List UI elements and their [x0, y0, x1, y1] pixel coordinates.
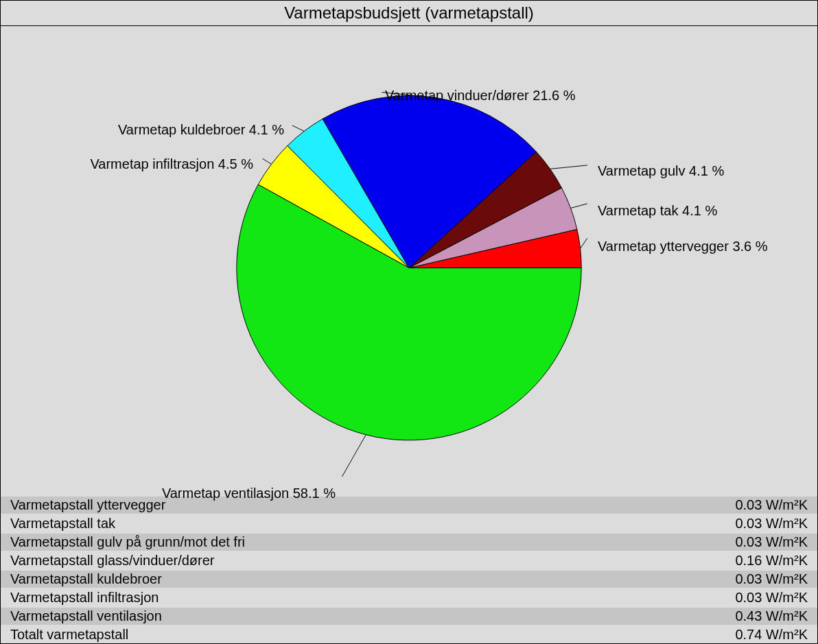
table-label: Varmetapstall ventilasjon	[10, 608, 162, 624]
table-value: 0.43 W/m²K	[735, 608, 808, 624]
table-row: Varmetapstall gulv på grunn/mot det fri …	[1, 534, 817, 551]
table-value: 0.03 W/m²K	[735, 534, 808, 550]
heat-loss-panel: Varmetapsbudsjett (varmetapstall) Varmet…	[0, 0, 818, 644]
table-label: Varmetapstall kuldebroer	[10, 571, 162, 587]
leader-line	[571, 204, 587, 208]
pie-chart-area: Varmetap yttervegger 3.6 %Varmetap tak 4…	[1, 26, 817, 497]
slice-label: Varmetap kuldebroer 4.1 %	[118, 122, 284, 138]
table-label: Varmetapstall tak	[10, 516, 115, 532]
leader-line	[262, 158, 271, 164]
panel-title: Varmetapsbudsjett (varmetapstall)	[1, 1, 817, 26]
table-label: Varmetapstall yttervegger	[10, 497, 165, 513]
table-value: 0.03 W/m²K	[735, 590, 808, 606]
table-row: Totalt varmetapstall 0.74 W/m²K	[1, 626, 817, 643]
slice-label: Varmetap vinduer/dører 21.6 %	[385, 88, 576, 104]
table-value: 0.03 W/m²K	[735, 571, 808, 587]
slice-label: Varmetap infiltrasjon 4.5 %	[90, 156, 253, 172]
table-value: 0.74 W/m²K	[735, 627, 808, 643]
leader-line	[292, 126, 304, 131]
table-row: Varmetapstall kuldebroer 0.03 W/m²K	[1, 571, 817, 588]
leader-line	[550, 165, 587, 169]
table-row: Varmetapstall yttervegger 0.03 W/m²K	[1, 497, 817, 514]
table-label: Varmetapstall glass/vinduer/dører	[10, 553, 215, 569]
slice-label: Varmetap tak 4.1 %	[598, 203, 717, 219]
table-label: Varmetapstall gulv på grunn/mot det fri	[10, 534, 245, 550]
table-value: 0.03 W/m²K	[735, 516, 808, 532]
slice-label: Varmetap ventilasjon 58.1 %	[162, 486, 336, 501]
leader-line	[342, 435, 366, 477]
table-row: Varmetapstall tak 0.03 W/m²K	[1, 515, 817, 532]
table-row: Varmetapstall glass/vinduer/dører 0.16 W…	[1, 552, 817, 569]
slice-label: Varmetap yttervegger 3.6 %	[598, 239, 768, 254]
heat-loss-table: Varmetapstall yttervegger 0.03 W/m²K Var…	[1, 497, 817, 643]
slice-label: Varmetap gulv 4.1 %	[598, 163, 724, 179]
table-row: Varmetapstall ventilasjon 0.43 W/m²K	[1, 608, 817, 625]
table-label: Totalt varmetapstall	[10, 627, 128, 643]
leader-line	[581, 238, 587, 248]
table-row: Varmetapstall infiltrasjon 0.03 W/m²K	[1, 589, 817, 606]
table-value: 0.03 W/m²K	[735, 497, 808, 513]
table-label: Varmetapstall infiltrasjon	[10, 590, 159, 606]
table-value: 0.16 W/m²K	[735, 553, 808, 569]
